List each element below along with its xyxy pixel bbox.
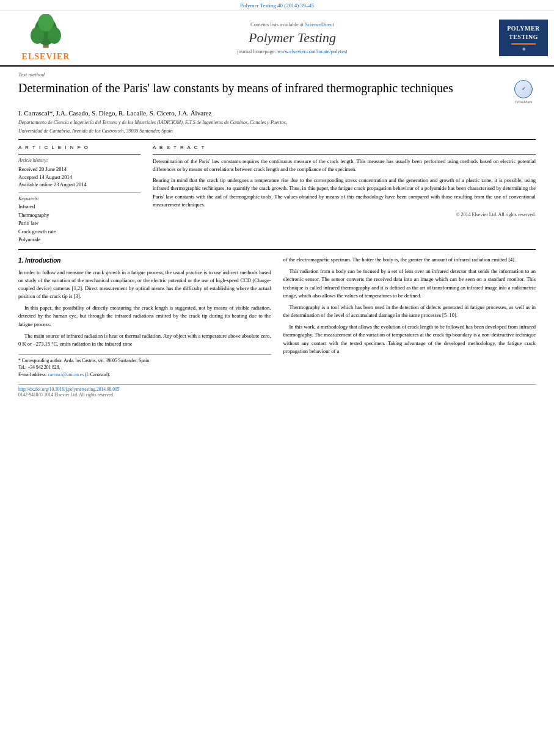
right-p3: Thermography is a tool which has been us…	[283, 303, 536, 319]
right-p4: In this work, a methodology that allows …	[283, 323, 536, 355]
crossmark-icon: ✓	[514, 80, 533, 98]
elsevier-logo: ELSEVIER	[6, 14, 86, 62]
fn-corresponding: * Corresponding author. Avda. los Castro…	[18, 357, 271, 364]
homepage-line: journal homepage: www.elsevier.com/locat…	[86, 48, 499, 54]
article-info-col: A R T I C L E I N F O Article history: R…	[18, 145, 140, 244]
abstract-heading: A B S T R A C T	[153, 145, 536, 150]
available-date: Available online 23 August 2014	[18, 181, 140, 189]
history-label: Article history:	[18, 158, 140, 163]
info-divider	[18, 154, 140, 154]
article-title-row: Determination of the Paris' law constant…	[18, 80, 536, 104]
issn-line: 0142-9418/© 2014 Elsevier Ltd. All right…	[18, 392, 536, 398]
intro-p2: In this paper, the possibility of direct…	[18, 304, 271, 329]
abstract-p1: Determination of the Paris' law constant…	[153, 158, 536, 173]
abstract-p2: Bearing in mind that the crack tip under…	[153, 176, 536, 209]
keywords-list: Infrared Thermography Paris' law Crack g…	[18, 203, 140, 244]
doi-line: http://dx.doi.org/10.1016/j.polymertesti…	[18, 387, 536, 392]
article-info-heading: A R T I C L E I N F O	[18, 145, 140, 150]
kw-divider	[18, 192, 140, 193]
badge-sub-text: ◉	[522, 46, 525, 51]
section-1-title: 1. Introduction	[18, 256, 271, 266]
badge-line1: POLYMER	[507, 24, 540, 33]
abstract-col: A B S T R A C T Determination of the Par…	[153, 145, 536, 244]
top-bar: Polymer Testing 40 (2014) 39–45	[0, 0, 554, 10]
test-method-label: Test method	[18, 71, 536, 78]
fn-email-suffix: (I. Carrascal).	[85, 372, 110, 377]
crossmark-label: CrossMark	[515, 100, 533, 104]
intro-p3: The main source of infrared radiation is…	[18, 332, 271, 348]
kw-2: Thermography	[18, 211, 140, 220]
divider-1	[18, 139, 536, 140]
right-p2: This radiation from a body can be focuse…	[283, 267, 536, 300]
sciencedirect-line: Contents lists available at ScienceDirec…	[86, 21, 499, 27]
crossmark: ✓ CrossMark	[511, 80, 536, 104]
fn-email-link[interactable]: carrasci@unican.es	[48, 372, 84, 377]
abstract-divider	[153, 154, 536, 154]
copyright-line: © 2014 Elsevier Ltd. All rights reserved…	[153, 212, 536, 217]
kw-5: Polyamide	[18, 236, 140, 244]
accepted-date: Accepted 14 August 2014	[18, 173, 140, 181]
journal-title: Polymer Testing	[86, 30, 499, 46]
polymer-badge: POLYMER TESTING ◉	[499, 20, 548, 56]
body-section: 1. Introduction In order to follow and m…	[18, 256, 536, 378]
fn-email-label: E-mail address:	[18, 372, 48, 377]
fn-email: E-mail address: carrasci@unican.es (I. C…	[18, 371, 271, 378]
keywords-label: Keywords:	[18, 196, 140, 202]
kw-4: Crack growth rate	[18, 228, 140, 236]
elsevier-brand-text: ELSEVIER	[22, 52, 70, 62]
bottom-bar: http://dx.doi.org/10.1016/j.polymertesti…	[18, 384, 536, 398]
authors-line: I. Carrascal*, J.A. Casado, S. Diego, R.…	[18, 109, 536, 117]
badge-line2: TESTING	[509, 33, 538, 42]
intro-p1: In order to follow and measure the crack…	[18, 269, 271, 301]
history-block: Received 20 June 2014 Accepted 14 August…	[18, 165, 140, 189]
svg-point-4	[38, 14, 54, 32]
affiliation-line1: Departamento de Ciencia e Ingeniería del…	[18, 119, 536, 126]
header-center: Contents lists available at ScienceDirec…	[86, 21, 499, 54]
kw-1: Infrared	[18, 203, 140, 211]
right-p1: of the electromagnetic spectrum. The hot…	[283, 256, 536, 264]
journal-citation: Polymer Testing 40 (2014) 39–45	[240, 2, 314, 9]
abstract-text: Determination of the Paris' law constant…	[153, 158, 536, 209]
affiliation-line2: Universidad de Cantabria, Avenida de los…	[18, 128, 536, 134]
kw-3: Paris' law	[18, 219, 140, 228]
body-col-right: of the electromagnetic spectrum. The hot…	[283, 256, 536, 378]
article-title-text: Determination of the Paris' law constant…	[18, 80, 506, 96]
info-abstract-row: A R T I C L E I N F O Article history: R…	[18, 145, 536, 244]
content-area: Test method Determination of the Paris' …	[0, 71, 554, 398]
doi-link[interactable]: http://dx.doi.org/10.1016/j.polymertesti…	[18, 387, 119, 392]
main-divider	[18, 249, 536, 250]
received-date: Received 20 June 2014	[18, 165, 140, 173]
footnote-area: * Corresponding author. Avda. los Castro…	[18, 354, 271, 378]
body-col-left: 1. Introduction In order to follow and m…	[18, 256, 271, 378]
header: ELSEVIER Contents lists available at Sci…	[0, 10, 554, 67]
fn-tel: Tel.: +34 942 201 828.	[18, 364, 271, 371]
